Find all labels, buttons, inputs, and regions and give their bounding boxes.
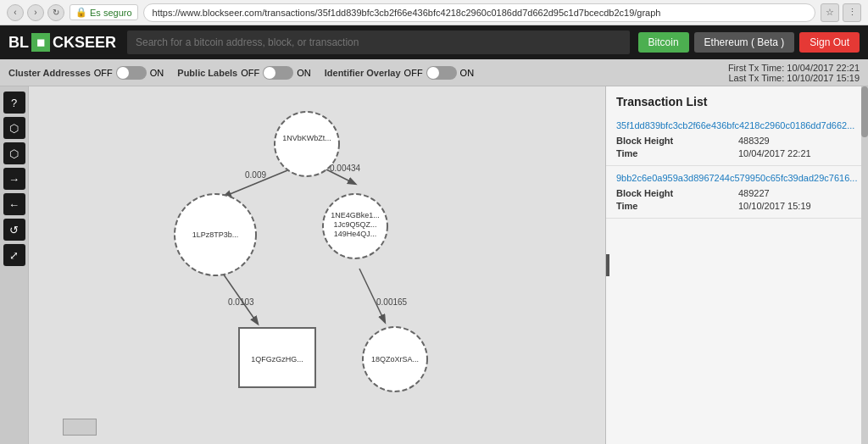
tx-item-2: 9bb2c6e0a959a3d8967244c579950c65fc39dad2… — [606, 166, 868, 219]
tx-panel-title: Transaction List — [606, 86, 868, 114]
cluster-addresses-label: Cluster Addresses — [8, 68, 91, 78]
logo-cube: ◼ — [31, 33, 50, 52]
first-tx-label: First Tx Time: — [728, 63, 784, 73]
tx-details-2: Block Height 489227 Time 10/10/2017 15:1… — [616, 188, 858, 211]
forward-button[interactable]: › — [27, 4, 44, 21]
reset-button[interactable]: ↺ — [3, 219, 25, 241]
main-content: ? ⬡ ⬡ → ← ↺ ⤢ 0.009 0.0043 — [0, 86, 868, 444]
public-on-label: ON — [297, 68, 311, 78]
last-tx-label: Last Tx Time: — [728, 73, 784, 83]
tx-panel: ▶ Transaction List 35f1dd839bfc3cb2f66e4… — [605, 86, 868, 444]
panel-toggle-icon: ▶ — [605, 259, 606, 271]
forward-nav-button[interactable]: → — [3, 168, 25, 190]
node-n3-label-2: 1Jc9Q5QZ... — [333, 220, 376, 229]
tx-item-1: 35f1dd839bfc3cb2f66e436bfc4218c2960c0186… — [606, 114, 868, 166]
ethereum-button[interactable]: Ethereum ( Beta ) — [694, 32, 795, 53]
identifier-on-label: ON — [460, 68, 475, 78]
scrollbar[interactable] — [861, 86, 868, 444]
nav-buttons: ‹ › ↻ — [7, 4, 64, 21]
block-height-label-1: Block Height — [616, 136, 736, 146]
cluster-addresses-group: Cluster Addresses OFF ON — [8, 66, 164, 80]
tx-hash-1[interactable]: 35f1dd839bfc3cb2f66e436bfc4218c2960c0186… — [616, 120, 858, 130]
menu-button[interactable]: ⋮ — [843, 3, 861, 22]
graph-area[interactable]: 0.009 0.00434 0.0103 0.00165 1NVbKWbZt..… — [29, 86, 605, 444]
time-value-1: 10/04/2017 22:21 — [738, 148, 858, 158]
left-toolbar: ? ⬡ ⬡ → ← ↺ ⤢ — [0, 86, 29, 444]
browser-actions: ☆ ⋮ — [821, 3, 861, 22]
logo: BL ◼ CKSEER — [8, 33, 119, 52]
edge-label-n1-n2: 0.009 — [245, 170, 266, 180]
time-label-2: Time — [616, 201, 736, 211]
cluster-on-label: ON — [150, 68, 164, 78]
block-height-value-2: 489227 — [738, 188, 858, 198]
node-n1[interactable] — [275, 112, 339, 176]
public-labels-group: Public Labels OFF ON — [177, 66, 310, 80]
identifier-overlay-label: Identifier Overlay — [325, 68, 401, 78]
scrollbar-thumb[interactable] — [861, 86, 868, 137]
header-buttons: Bitcoin Ethereum ( Beta ) Sign Out — [638, 32, 860, 53]
node-n4-label: 1QFGzGzHG... — [251, 355, 303, 364]
edge-label-n1-n3: 0.00434 — [330, 164, 361, 173]
public-labels-toggle[interactable] — [263, 66, 293, 80]
app-header: BL ◼ CKSEER Bitcoin Ethereum ( Beta ) Si… — [0, 25, 868, 59]
controls-bar: Cluster Addresses OFF ON Public Labels O… — [0, 59, 868, 86]
edge-label-n3-n5: 0.00165 — [376, 297, 408, 307]
browser-bar: ‹ › ↻ 🔒 Es seguro https://www.blockseer.… — [0, 0, 868, 25]
edge-n3-n5 — [359, 269, 385, 322]
edge-label-n2-n4: 0.0103 — [228, 297, 254, 307]
secure-badge: 🔒 Es seguro — [70, 4, 138, 20]
last-tx-value: 10/10/2017 15:19 — [787, 73, 860, 83]
help-button[interactable]: ? — [3, 92, 25, 114]
bitcoin-button[interactable]: Bitcoin — [638, 32, 689, 53]
block-height-value-1: 488329 — [738, 136, 858, 146]
back-button[interactable]: ‹ — [7, 4, 24, 21]
node-n2-label: 1LPz8TP3b... — [192, 230, 239, 239]
url-bar[interactable]: https://www.blockseer.com/transactions/3… — [143, 3, 815, 22]
url-text: https://www.blockseer.com/transactions/3… — [153, 8, 661, 18]
identifier-toggle[interactable] — [426, 66, 457, 80]
download-button[interactable]: ⬡ — [3, 142, 25, 164]
tx-panel-toggle[interactable]: ▶ — [605, 254, 609, 276]
tx-details-1: Block Height 488329 Time 10/04/2017 22:2… — [616, 136, 858, 158]
node-n5-label: 18QZoXrSA... — [371, 355, 419, 364]
identifier-off-label: OFF — [404, 68, 423, 78]
block-height-label-2: Block Height — [616, 188, 736, 198]
reload-button[interactable]: ↻ — [47, 4, 64, 21]
identifier-overlay-group: Identifier Overlay OFF ON — [325, 66, 474, 80]
node-n1-label: 1NVbKWbZt... — [282, 134, 331, 142]
cluster-toggle[interactable] — [116, 66, 147, 80]
time-label-1: Time — [616, 148, 736, 158]
fullscreen-button[interactable]: ⤢ — [3, 244, 25, 266]
logo-text-2: CKSEER — [53, 34, 116, 52]
public-labels-label: Public Labels — [177, 68, 237, 78]
back-nav-button[interactable]: ← — [3, 193, 25, 215]
signout-button[interactable]: Sign Out — [799, 32, 860, 53]
first-tx-value: 10/04/2017 22:21 — [787, 63, 860, 73]
logo-text-1: BL — [8, 34, 29, 52]
tx-hash-2[interactable]: 9bb2c6e0a959a3d8967244c579950c65fc39dad2… — [616, 173, 858, 183]
share-button[interactable]: ⬡ — [3, 117, 25, 139]
tx-info: First Tx Time: 10/04/2017 22:21 Last Tx … — [728, 63, 860, 83]
search-input[interactable] — [127, 31, 630, 54]
public-off-label: OFF — [241, 68, 259, 78]
graph-svg: 0.009 0.00434 0.0103 0.00165 1NVbKWbZt..… — [29, 86, 605, 444]
secure-label: Es seguro — [90, 8, 132, 18]
time-value-2: 10/10/2017 15:19 — [738, 201, 858, 211]
lock-icon: 🔒 — [75, 7, 87, 18]
minimap[interactable] — [63, 419, 97, 436]
edge-n2-n4 — [220, 269, 258, 324]
bookmark-button[interactable]: ☆ — [821, 3, 839, 22]
node-n3-label-1: 1NE4GBke1... — [331, 211, 380, 219]
node-n3-label-3: 149He4QJ... — [334, 230, 377, 238]
cluster-off-label: OFF — [94, 68, 113, 78]
